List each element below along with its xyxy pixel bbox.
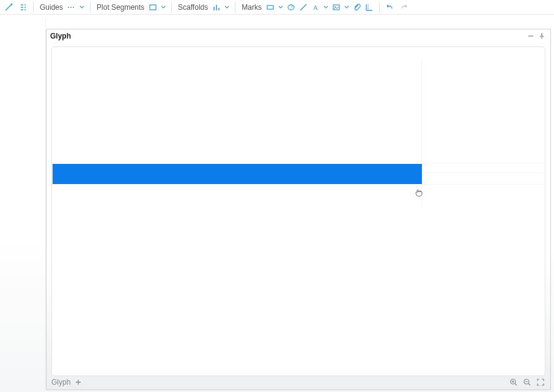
toolbar-separator	[235, 2, 235, 13]
plot-segments-dropdown[interactable]	[159, 1, 168, 13]
plot-rect-icon[interactable]	[147, 1, 159, 13]
minimize-panel-icon[interactable]	[526, 31, 536, 41]
hand-cursor-icon	[414, 188, 424, 198]
guide-horizontal-icon[interactable]	[65, 1, 78, 13]
text-dropdown[interactable]	[322, 1, 330, 13]
svg-point-0	[11, 3, 13, 5]
line-icon[interactable]	[297, 1, 309, 13]
guide-line	[421, 163, 544, 164]
zoom-in-icon[interactable]	[509, 377, 519, 387]
add-glyph-button[interactable]	[74, 378, 83, 386]
image-dropdown[interactable]	[342, 1, 351, 13]
plot-segments-group: Plot Segments	[94, 1, 168, 13]
marks-label: Marks	[239, 3, 264, 12]
glyph-canvas-outer	[46, 43, 550, 376]
svg-rect-1	[150, 5, 156, 10]
glyph-panel-header: Glyph	[46, 29, 550, 43]
guides-group: Guides	[37, 1, 86, 13]
glyph-panel-controls	[526, 31, 547, 41]
image-icon[interactable]	[330, 1, 342, 13]
data-axis-icon[interactable]	[363, 1, 375, 13]
text-icon[interactable]: A	[309, 1, 322, 13]
toolbar-separator	[90, 2, 90, 13]
glyph-rect-mark[interactable]	[53, 164, 422, 184]
pin-panel-icon[interactable]	[537, 31, 547, 41]
guide-line	[421, 61, 422, 207]
rect-dropdown[interactable]	[276, 1, 285, 13]
ellipse-icon[interactable]	[285, 1, 297, 13]
plot-segments-label: Plot Segments	[94, 3, 147, 12]
scaffolds-label: Scaffolds	[175, 3, 210, 12]
zoom-out-icon[interactable]	[522, 377, 532, 387]
line-tool-icon[interactable]	[2, 1, 15, 13]
guide-line	[421, 184, 544, 185]
chart-area-background	[0, 17, 46, 390]
rect-icon[interactable]	[264, 1, 276, 13]
glyph-panel: Glyph Glyph	[46, 29, 551, 390]
toolbar: Guides Plot Segments Scaffolds Marks	[0, 0, 554, 15]
toolbar-separator	[379, 2, 380, 13]
guide-line	[421, 172, 544, 173]
glyph-panel-footer: Glyph	[46, 376, 550, 390]
svg-rect-2	[267, 6, 273, 9]
redo-icon[interactable]	[398, 1, 410, 13]
svg-text:A: A	[313, 4, 318, 11]
undo-icon[interactable]	[383, 1, 396, 13]
marks-group: Marks A	[239, 1, 375, 13]
scaffold-bars-icon[interactable]	[210, 1, 223, 13]
glyph-footer-tab[interactable]: Glyph	[51, 378, 70, 386]
glyph-canvas[interactable]	[51, 46, 545, 376]
toolbar-separator	[171, 2, 172, 13]
zoom-fit-icon[interactable]	[536, 377, 545, 387]
scaffolds-dropdown[interactable]	[223, 1, 231, 13]
link-icon[interactable]	[17, 1, 29, 13]
guides-label: Guides	[37, 3, 65, 12]
guides-dropdown[interactable]	[78, 1, 86, 13]
toolbar-separator	[33, 2, 34, 13]
scaffolds-group: Scaffolds	[175, 1, 231, 13]
paperclip-icon[interactable]	[351, 1, 363, 13]
glyph-panel-title: Glyph	[50, 32, 71, 40]
